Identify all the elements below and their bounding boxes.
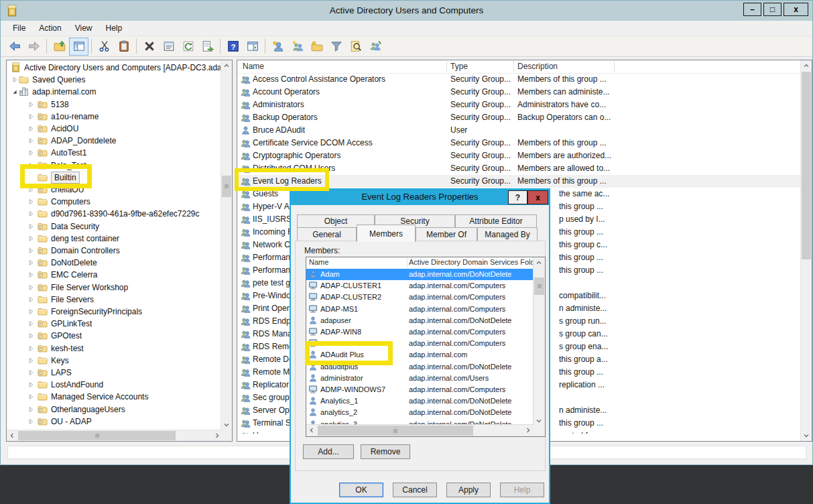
action-pane-button[interactable]: [243, 38, 262, 56]
expand-icon[interactable]: [27, 210, 35, 218]
list-row-access-control-assistance-operators[interactable]: Access Control Assistance OperatorsSecur…: [237, 73, 802, 86]
list-row-backup-operators[interactable]: Backup OperatorsSecurity Group...Backup …: [237, 111, 802, 124]
expand-icon[interactable]: [27, 332, 35, 340]
refresh-button[interactable]: [178, 38, 198, 56]
scrollbar-thumb[interactable]: [318, 426, 473, 436]
help-button[interactable]: ?: [223, 38, 243, 56]
export-list-button[interactable]: [198, 38, 217, 56]
ok-button[interactable]: OK: [339, 483, 383, 497]
column-divider[interactable]: [614, 61, 615, 72]
members-horizontal-scrollbar[interactable]: [306, 424, 534, 436]
scroll-left-icon[interactable]: [7, 430, 17, 441]
tree-item-laps[interactable]: LAPS: [7, 367, 222, 379]
cancel-button[interactable]: Cancel: [393, 483, 437, 497]
tree-item-deng-test-container[interactable]: deng test container: [7, 233, 222, 245]
tree-item-donotdelete[interactable]: DoNotDelete: [7, 257, 222, 269]
member-row-analytics-2[interactable]: analytics_2adap.internal.com/DoNotDelete: [306, 407, 534, 418]
column-divider[interactable]: [513, 61, 514, 72]
tree-item-autotest1[interactable]: AutoTest1: [7, 147, 222, 159]
tree-item-emc-celerra[interactable]: EMC Celerra: [7, 269, 222, 281]
member-row-admp-windows7[interactable]: ADMP-WINDOWS7adap.internal.com/Computers: [306, 384, 534, 395]
up-one-level-button[interactable]: [50, 38, 69, 56]
apply-button[interactable]: Apply: [446, 483, 491, 497]
add-to-group-button[interactable]: [365, 38, 385, 56]
tree-item-gpotest[interactable]: GPOtest: [7, 330, 222, 342]
tree-item-otherlanguageusers[interactable]: OtherlanguageUsers: [7, 403, 222, 416]
tree-item-acidou[interactable]: AcidOU: [7, 123, 222, 135]
members-vertical-scrollbar[interactable]: [533, 257, 545, 426]
expand-icon[interactable]: [27, 369, 35, 377]
tab-general[interactable]: General: [297, 227, 357, 241]
new-group-button[interactable]: [288, 38, 307, 56]
scroll-up-icon[interactable]: [534, 257, 544, 268]
expand-icon[interactable]: [27, 149, 35, 157]
member-row-adap-ms1[interactable]: ADAP-MS1adap.internal.com/Computers: [306, 304, 534, 315]
list-vertical-scrollbar[interactable]: [800, 60, 812, 441]
add-button[interactable]: Add...: [303, 444, 354, 459]
expand-icon[interactable]: [27, 308, 35, 316]
expand-icon[interactable]: [27, 284, 35, 292]
menu-item-action[interactable]: Action: [32, 21, 68, 35]
member-column-name[interactable]: Name: [309, 258, 328, 266]
list-row-account-operators[interactable]: Account OperatorsSecurity Group...Member…: [237, 86, 802, 99]
expand-icon[interactable]: [27, 137, 35, 145]
paste-button[interactable]: [114, 38, 133, 56]
forward-button[interactable]: [24, 38, 44, 56]
scrollbar-thumb[interactable]: [18, 431, 176, 440]
scrollbar-thumb[interactable]: [222, 176, 231, 197]
dialog-titlebar[interactable]: Event Log Readers Properties ? x: [291, 190, 549, 205]
column-divider[interactable]: [407, 258, 408, 267]
tree-item-adap-dontdelete[interactable]: ADAP_Dontdelete: [7, 135, 222, 147]
tab-managed-by[interactable]: Managed By: [477, 227, 538, 241]
tree-item-foreignsecurityprincipals[interactable]: ForeignSecurityPrincipals: [7, 306, 222, 318]
member-row-adap-cluster1[interactable]: ADAP-CLUSTER1adap.internal.com/Computers: [306, 280, 534, 292]
expand-icon[interactable]: [27, 125, 35, 133]
tree-item-kesh-test[interactable]: kesh-test: [7, 342, 222, 355]
expand-icon[interactable]: [27, 344, 35, 353]
collapse-icon[interactable]: [11, 88, 19, 96]
help-button[interactable]: Help: [500, 483, 544, 497]
tree-item-adap-internal-com[interactable]: adap.internal.com: [7, 86, 222, 98]
scroll-up-icon[interactable]: [801, 60, 812, 71]
show-console-tree-button[interactable]: [69, 38, 88, 56]
list-row-cryptographic-operators[interactable]: Cryptographic OperatorsSecurity Group...…: [237, 149, 802, 162]
close-button[interactable]: x: [784, 3, 808, 16]
new-ou-button[interactable]: [307, 38, 326, 56]
tree-item-data-security[interactable]: Data Security: [7, 220, 222, 233]
properties-button[interactable]: [159, 38, 178, 56]
expand-icon[interactable]: [11, 76, 19, 84]
member-column-folder[interactable]: Active Directory Domain Services Folde: [409, 258, 539, 266]
tree-item-5138[interactable]: 5138: [7, 99, 222, 111]
expand-icon[interactable]: [27, 381, 35, 389]
scroll-left-icon[interactable]: [306, 425, 317, 436]
list-row-certificate-service-dcom-access[interactable]: Certificate Service DCOM AccessSecurity …: [237, 137, 802, 149]
tree-item-lostandfound[interactable]: LostAndFound: [7, 379, 222, 391]
maximize-button[interactable]: □: [763, 3, 781, 16]
tree-item-managed-service-accounts[interactable]: Managed Service Accounts: [7, 391, 222, 403]
tree-item-domain-controllers[interactable]: Domain Controllers: [7, 245, 222, 257]
menu-item-view[interactable]: View: [68, 21, 99, 35]
expand-icon[interactable]: [27, 259, 35, 267]
cut-button[interactable]: [95, 38, 114, 56]
scrollbar-thumb[interactable]: [534, 277, 544, 295]
expand-icon[interactable]: [27, 405, 35, 414]
tree-item-keys[interactable]: Keys: [7, 355, 222, 367]
tree-item-saved-queries[interactable]: Saved Queries: [7, 74, 222, 86]
expand-icon[interactable]: [27, 296, 35, 304]
expand-icon[interactable]: [27, 418, 35, 426]
expand-icon[interactable]: [27, 235, 35, 243]
member-row-adap-cluster2[interactable]: ADAP-CLUSTER2adap.internal.com/Computers: [306, 292, 534, 303]
scrollbar-thumb[interactable]: [802, 72, 811, 259]
member-row-adam[interactable]: Adamadap.internal.com/DoNotDelete: [306, 269, 534, 280]
find-button[interactable]: [346, 38, 365, 56]
scroll-down-icon[interactable]: [801, 430, 812, 441]
tree-item-active-directory-users-and-computers-adap-dc3-adap[interactable]: Active Directory Users and Computers [AD…: [7, 62, 222, 74]
tree-item-gplinktest[interactable]: GPLinkTest: [7, 318, 222, 330]
tree-item-computers[interactable]: Computers: [7, 196, 222, 208]
tree-vertical-scrollbar[interactable]: [221, 60, 232, 430]
list-row-bruce-adaudit[interactable]: Bruce ADAuditUser: [237, 124, 802, 137]
tree-item-ou-adap[interactable]: OU - ADAP: [7, 416, 222, 428]
window-titlebar[interactable]: Active Directory Users and Computers – □…: [1, 1, 812, 21]
list-row-administrators[interactable]: AdministratorsSecurity Group...Administr…: [237, 99, 802, 111]
filter-button[interactable]: [326, 38, 346, 56]
